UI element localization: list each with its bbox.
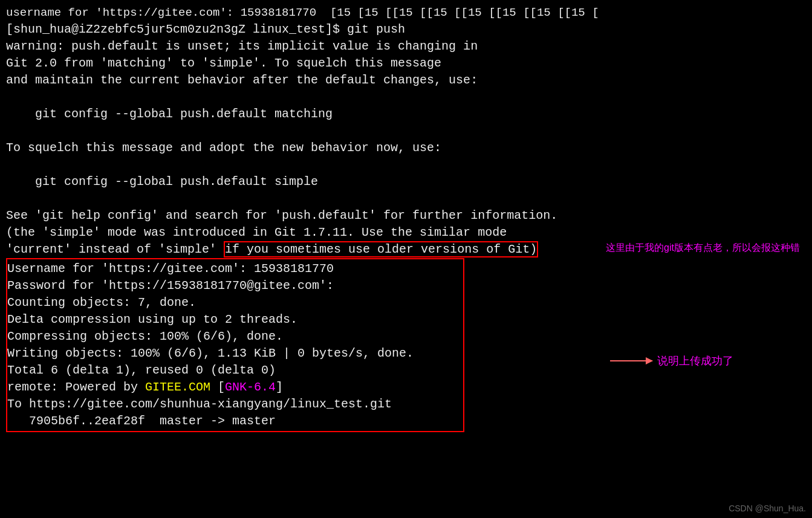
line-18: Counting objects: 7, done. <box>7 294 463 311</box>
line-5: and maintain the current behavior after … <box>6 72 806 89</box>
line-14: (the 'simple' mode was introduced in Git… <box>6 224 806 241</box>
line-9: To squelch this message and adopt the ne… <box>6 140 806 157</box>
line-13: See 'git help config' and search for 'pu… <box>6 207 806 224</box>
annotation-arrow-container: 说明上传成功了 <box>610 354 733 369</box>
line-empty-1 <box>6 89 806 106</box>
line-2: [shun_hua@iZ2zebfc5jur5cm0zu2n3gZ linux_… <box>6 21 806 38</box>
line-empty-4 <box>6 190 806 207</box>
line-21: Writing objects: 100% (6/6), 1.13 KiB | … <box>7 345 463 362</box>
line-20: Compressing objects: 100% (6/6), done. <box>7 328 463 345</box>
highlighted-inline-text: if you sometimes use older versions of G… <box>224 241 538 257</box>
terminal-window: username for 'https://gitee.com': 159381… <box>0 0 812 518</box>
gnk-version-text: GNK-6.4 <box>225 380 276 394</box>
line-4: Git 2.0 from 'matching' to 'simple'. To … <box>6 55 806 72</box>
line-11: git config --global push.default simple <box>6 173 806 190</box>
success-output-box: Username for 'https://gitee.com': 159381… <box>6 258 464 432</box>
line-17: Password for 'https://15938181770@gitee.… <box>7 277 463 294</box>
annotation-success-text: 说明上传成功了 <box>657 354 733 369</box>
gitee-com-text: GITEE.COM <box>145 380 210 394</box>
line-3: warning: push.default is unset; its impl… <box>6 38 806 55</box>
line-empty-2 <box>6 123 806 140</box>
line-empty-3 <box>6 157 806 173</box>
line-22: Total 6 (delta 1), reused 0 (delta 0) <box>7 362 463 379</box>
line-7: git config --global push.default matchin… <box>6 106 806 123</box>
line-24: To https://gitee.com/shunhua-xiangyang/l… <box>7 396 463 413</box>
line-23: remote: Powered by GITEE.COM [GNK-6.4] <box>7 379 463 396</box>
line-1: username for 'https://gitee.com': 159381… <box>6 5 806 21</box>
line-25: 7905b6f..2eaf28f master -> master <box>7 413 463 430</box>
annotation-error: 这里由于我的git版本有点老，所以会报这种错 <box>606 241 800 254</box>
csdn-watermark: CSDN @Shun_Hua. <box>729 503 806 515</box>
line-16: Username for 'https://gitee.com': 159381… <box>7 261 463 277</box>
line-19: Delta compression using up to 2 threads. <box>7 311 463 328</box>
arrow-icon <box>610 360 652 361</box>
